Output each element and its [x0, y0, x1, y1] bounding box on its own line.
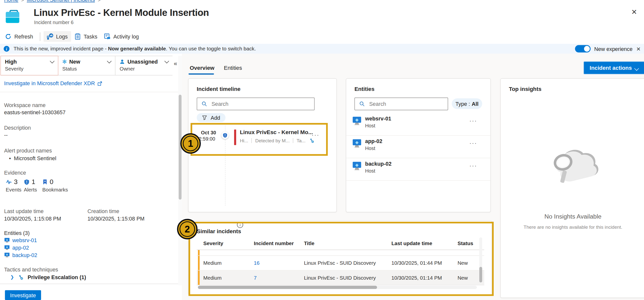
entity-type: Host — [365, 123, 375, 129]
entities-card: Entities Type : All ◆ websrv-01 Host ···… — [346, 78, 491, 212]
similar-incidents-title: Similar incidents — [197, 228, 241, 234]
refresh-button[interactable]: Refresh — [2, 31, 36, 42]
column-status: Status — [451, 241, 476, 246]
similar-incidents-table: Severity Incident number Title Last upda… — [197, 237, 484, 285]
status-new-icon: ✻ — [62, 59, 67, 65]
entity-type: Host — [365, 168, 375, 174]
severity-label: Severity — [5, 66, 54, 72]
type-filter-value: All — [472, 101, 478, 107]
logs-button[interactable]: Logs — [43, 31, 71, 42]
breadcrumb-home-link[interactable]: Home — [4, 0, 18, 3]
refresh-icon — [5, 33, 12, 40]
close-page-icon[interactable]: ✕ — [631, 8, 637, 16]
search-icon — [202, 101, 207, 107]
owner-dropdown[interactable]: Unassigned Owner — [116, 56, 172, 75]
new-experience-toggle[interactable] — [575, 45, 591, 53]
banner-text: This is the new, improved incident page … — [14, 46, 256, 52]
add-filter-button[interactable]: Add — [197, 113, 226, 122]
activity-log-button[interactable]: Activity log — [100, 31, 142, 42]
scrollbar-thumb[interactable] — [479, 267, 482, 282]
table-row[interactable]: Medium 16 Linux PrivEsc - SUID Discovery… — [197, 256, 484, 271]
entities-title: Entities — [354, 86, 374, 92]
table-horizontal-scrollbar[interactable] — [198, 286, 477, 289]
tactics-label: Tactics and techniques — [4, 267, 58, 273]
table-vertical-scrollbar[interactable] — [479, 237, 482, 283]
activity-log-label: Activity log — [113, 33, 139, 40]
incident-number-link[interactable]: 7 — [254, 275, 304, 281]
defender-xdr-link[interactable]: Investigate in Microsoft Defender XDR — [4, 80, 102, 86]
severity-medium-bar — [198, 271, 200, 285]
cell-last-update: 10/30/2025, 01:14 PM — [392, 275, 458, 281]
cell-last-update: 10/30/2025, 01:44 PM — [392, 260, 458, 266]
add-filter-label: Add — [211, 115, 220, 121]
new-experience-banner: i This is the new, improved incident pag… — [0, 44, 644, 54]
severity-dropdown[interactable]: High Severity — [0, 56, 58, 75]
creation-time-label: Creation time — [88, 208, 120, 214]
status-dropdown[interactable]: ✻New Status — [58, 56, 116, 75]
creation-time-value: 10/30/2025, 1:15:08 PM — [88, 216, 144, 222]
entity-name: websrv-01 — [365, 116, 391, 122]
scrollbar-thumb[interactable] — [198, 286, 377, 289]
tab-overview[interactable]: Overview — [190, 65, 214, 71]
expand-chevron-icon[interactable]: ❯ — [10, 275, 14, 280]
title-more-button[interactable]: ··· — [200, 10, 208, 17]
type-filter-pill[interactable]: Type : All — [452, 98, 482, 109]
cell-title: Linux PrivEsc - SUID Discovery — [304, 260, 392, 266]
privilege-escalation-icon — [309, 138, 314, 144]
events-pulse-icon — [6, 179, 12, 185]
person-icon — [120, 59, 125, 64]
last-update-label: Last update time — [4, 208, 44, 214]
incident-page: Home>Microsoft Sentinel | Incidents> Lin… — [0, 0, 644, 300]
entity-row-app-02[interactable]: ◆ app-02 Host ··· — [346, 135, 490, 158]
left-panel-scrollbar[interactable] — [178, 56, 182, 285]
incident-actions-button[interactable]: Incident actions — [584, 62, 644, 74]
collapse-panel-icon[interactable]: « — [174, 60, 177, 67]
toolbar-divider — [40, 32, 40, 41]
tactic-row[interactable]: ❯ Privilege Escalation (1) — [10, 274, 86, 280]
incident-number-link[interactable]: 16 — [254, 260, 304, 266]
tab-entities[interactable]: Entities — [224, 65, 242, 71]
tasks-label: Tasks — [84, 33, 97, 40]
cell-title: Linux PrivEsc - SUID Discovery — [304, 275, 392, 281]
chevron-down-icon — [50, 59, 54, 64]
breadcrumb-sentinel-link[interactable]: Microsoft Sentinel | Incidents — [27, 0, 95, 3]
entity-row-websrv-01[interactable]: ◆ websrv-01 Host ··· — [346, 113, 490, 136]
investigate-button[interactable]: Investigate — [5, 290, 41, 300]
workspace-label: Workspace name — [4, 102, 46, 108]
evidence-alerts: 1 Alerts — [24, 178, 37, 193]
entity-more-button[interactable]: ··· — [470, 140, 477, 146]
divider — [0, 92, 178, 92]
logs-label: Logs — [56, 33, 68, 40]
entity-more-button[interactable]: ··· — [470, 163, 477, 169]
no-insights-title: No Insights Available — [501, 213, 644, 220]
entities-search-input[interactable] — [368, 100, 435, 107]
timeline-search[interactable] — [197, 98, 315, 110]
entity-link-app-02[interactable]: ◆ app-02 — [4, 245, 29, 251]
banner-close-icon[interactable]: ✕ — [636, 46, 641, 52]
column-last-update: Last update time — [385, 241, 451, 246]
entities-search[interactable] — [354, 98, 448, 110]
entity-row-backup-02[interactable]: ◆ backup-02 Host ··· — [346, 158, 490, 180]
timeline-entry-more-button[interactable]: ··· — [312, 132, 320, 138]
timeline-alert-title[interactable]: Linux PrivEsc - Kernel Mo... — [240, 129, 313, 135]
panel-footer: Investigate — [0, 284, 178, 300]
severity-medium-bar — [198, 256, 200, 270]
activity-log-icon — [104, 33, 110, 40]
badge-detected-by: Detected by M... — [255, 138, 290, 143]
table-row[interactable]: Medium 7 Linux PrivEsc - SUID Discovery … — [197, 271, 484, 285]
evidence-bookmarks: ★ 0 Bookmarks — [42, 178, 68, 193]
entity-more-button[interactable]: ··· — [470, 118, 477, 124]
entity-link-websrv-01[interactable]: ◆ websrv-01 — [4, 237, 37, 244]
owner-label: Owner — [120, 66, 169, 72]
info-circle-icon[interactable]: i — [237, 222, 243, 228]
tasks-button[interactable]: Tasks — [71, 31, 100, 42]
top-insights-card: Top insights No Insights Available There… — [500, 78, 644, 298]
timeline-alert-badges: Hi... Detected by M... Ta... — [240, 138, 314, 144]
tasks-icon — [74, 33, 80, 40]
timeline-search-input[interactable] — [211, 100, 294, 107]
svg-text:◆: ◆ — [6, 253, 8, 256]
severity-medium-bar — [198, 250, 200, 255]
refresh-label: Refresh — [14, 33, 33, 40]
table-row-partial — [197, 250, 484, 256]
entity-link-backup-02[interactable]: ◆ backup-02 — [4, 252, 37, 258]
